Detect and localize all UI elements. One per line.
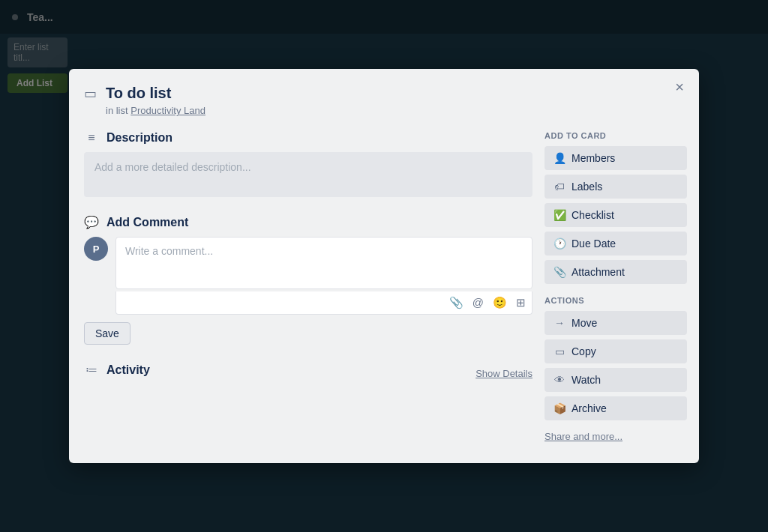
watch-button[interactable]: 👁 Watch (544, 368, 687, 392)
show-details-button[interactable]: Show Details (476, 368, 532, 379)
members-button[interactable]: 👤 Members (544, 146, 687, 170)
actions-label: ACTIONS (544, 296, 687, 305)
description-title: Description (106, 131, 172, 145)
modal-main: ≡ Description Add a more detailed descri… (84, 131, 532, 448)
copy-button[interactable]: ▭ Copy (544, 339, 687, 363)
archive-label: Archive (572, 402, 607, 414)
add-to-card-label: ADD TO CARD (544, 131, 687, 140)
comment-input[interactable] (116, 237, 532, 289)
card-title: To do list (106, 84, 687, 102)
attachment-button[interactable]: 📎 Attachment (544, 260, 687, 284)
move-label: Move (572, 317, 597, 329)
card-type-icon: ▭ (84, 85, 97, 102)
watch-icon: 👁 (554, 374, 566, 386)
labels-icon: 🏷 (554, 181, 566, 193)
actions-section: ACTIONS → Move ▭ Copy 👁 Watch 📦 Archive (544, 296, 687, 420)
comment-box-wrapper: 📎 @ 🙂 ⊞ (116, 237, 532, 315)
comment-save-button[interactable]: Save (84, 322, 130, 345)
activity-section: ≔ Activity Show Details (84, 363, 532, 384)
checklist-icon: ✅ (554, 209, 566, 221)
due-date-button[interactable]: 🕐 Due Date (544, 232, 687, 256)
attachment-icon: 📎 (554, 266, 566, 278)
activity-icon: ≔ (84, 363, 99, 377)
close-button[interactable]: × (669, 76, 690, 97)
labels-label: Labels (572, 181, 602, 193)
comment-section: 💬 Add Comment P 📎 @ 🙂 ⊞ S (84, 215, 532, 345)
checklist-button[interactable]: ✅ Checklist (544, 203, 687, 227)
activity-title: Activity (106, 363, 150, 377)
emoji-icon[interactable]: 🙂 (493, 296, 507, 309)
description-placeholder: Add a more detailed description... (94, 161, 251, 173)
due-date-label: Due Date (572, 238, 616, 250)
modal-title-row: ▭ To do list in list Productivity Land (84, 84, 687, 116)
attach-icon[interactable]: 📎 (449, 296, 464, 309)
members-icon: 👤 (554, 152, 566, 164)
card-modal: × ▭ To do list in list Productivity Land… (69, 69, 699, 463)
members-label: Members (572, 152, 615, 164)
list-link[interactable]: Productivity Land (130, 105, 206, 116)
copy-icon: ▭ (554, 345, 566, 357)
share-link-button[interactable]: Share and more... (544, 425, 622, 448)
activity-header: ≔ Activity (84, 363, 150, 377)
description-section: ≡ Description Add a more detailed descri… (84, 131, 532, 197)
add-to-card-section: ADD TO CARD 👤 Members 🏷 Labels ✅ Checkli… (544, 131, 687, 284)
avatar: P (84, 237, 108, 261)
modal-title-content: To do list in list Productivity Land (106, 84, 687, 116)
move-button[interactable]: → Move (544, 311, 687, 335)
description-icon: ≡ (84, 131, 99, 145)
comment-row: P 📎 @ 🙂 ⊞ (84, 237, 532, 315)
mention-icon[interactable]: @ (472, 296, 484, 309)
modal-body: ≡ Description Add a more detailed descri… (84, 131, 687, 448)
archive-button[interactable]: 📦 Archive (544, 396, 687, 420)
card-icon[interactable]: ⊞ (516, 296, 526, 309)
copy-label: Copy (572, 345, 596, 357)
checklist-label: Checklist (572, 209, 614, 221)
comment-icon: 💬 (84, 215, 99, 229)
comment-toolbar: 📎 @ 🙂 ⊞ (116, 291, 532, 315)
archive-icon: 📦 (554, 402, 566, 414)
attachment-label: Attachment (572, 266, 625, 278)
activity-header-row: ≔ Activity Show Details (84, 363, 532, 384)
move-icon: → (554, 317, 566, 329)
description-field[interactable]: Add a more detailed description... (84, 152, 532, 197)
watch-label: Watch (572, 374, 601, 386)
subtitle-prefix: in list (106, 105, 128, 116)
due-date-icon: 🕐 (554, 238, 566, 250)
description-header: ≡ Description (84, 131, 532, 145)
comment-header: 💬 Add Comment (84, 215, 532, 229)
card-subtitle: in list Productivity Land (106, 105, 687, 116)
labels-button[interactable]: 🏷 Labels (544, 175, 687, 199)
comment-title: Add Comment (106, 216, 188, 229)
modal-sidebar: ADD TO CARD 👤 Members 🏷 Labels ✅ Checkli… (544, 131, 687, 448)
